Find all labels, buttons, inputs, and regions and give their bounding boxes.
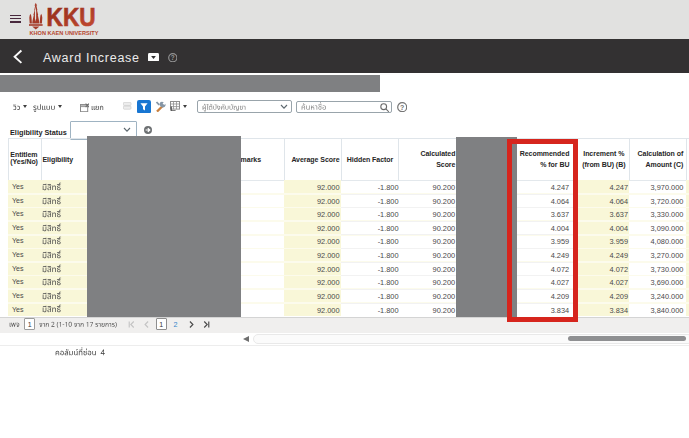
- svg-text:KHON KAEN UNIVERSITY: KHON KAEN UNIVERSITY: [30, 30, 99, 36]
- svg-text:KKU: KKU: [47, 2, 96, 32]
- svg-text:?: ?: [170, 54, 174, 61]
- svg-text:?: ?: [400, 104, 404, 111]
